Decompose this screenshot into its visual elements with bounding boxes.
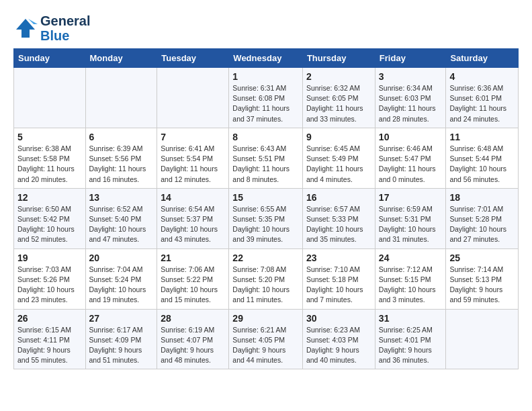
- calendar-day-cell: 25Sunrise: 7:14 AMSunset: 5:13 PMDayligh…: [446, 248, 519, 309]
- calendar-day-cell: 7Sunrise: 6:41 AMSunset: 5:54 PMDaylight…: [157, 128, 229, 188]
- calendar-day-cell: 27Sunrise: 6:17 AMSunset: 4:09 PMDayligh…: [85, 309, 157, 369]
- day-number: 2: [306, 71, 371, 82]
- weekday-header-cell: Thursday: [302, 49, 375, 68]
- day-number: 21: [161, 253, 225, 263]
- calendar-day-cell: 17Sunrise: 6:59 AMSunset: 5:31 PMDayligh…: [375, 188, 446, 248]
- day-number: 27: [89, 313, 154, 324]
- day-number: 14: [161, 192, 225, 203]
- day-number: 26: [17, 313, 82, 324]
- day-number: 8: [232, 132, 299, 142]
- day-info: Sunrise: 6:41 AMSunset: 5:54 PMDaylight:…: [161, 144, 225, 185]
- logo: General Blue: [13, 13, 90, 43]
- calendar-day-cell: 21Sunrise: 7:06 AMSunset: 5:22 PMDayligh…: [157, 248, 229, 309]
- svg-marker-2: [28, 19, 38, 24]
- day-number: 23: [306, 253, 371, 263]
- day-number: 28: [161, 313, 225, 324]
- day-number: 12: [17, 192, 82, 203]
- weekday-header-row: SundayMondayTuesdayWednesdayThursdayFrid…: [14, 49, 519, 68]
- day-info: Sunrise: 6:46 AMSunset: 5:47 PMDaylight:…: [379, 144, 443, 185]
- day-number: 31: [379, 313, 443, 324]
- day-info: Sunrise: 6:55 AMSunset: 5:35 PMDaylight:…: [232, 204, 299, 245]
- day-info: Sunrise: 6:34 AMSunset: 6:03 PMDaylight:…: [379, 83, 443, 124]
- day-number: 30: [306, 313, 371, 324]
- day-info: Sunrise: 7:06 AMSunset: 5:22 PMDaylight:…: [161, 265, 225, 306]
- calendar-day-cell: 22Sunrise: 7:08 AMSunset: 5:20 PMDayligh…: [229, 248, 303, 309]
- day-number: 1: [232, 71, 299, 82]
- calendar-day-cell: 11Sunrise: 6:48 AMSunset: 5:44 PMDayligh…: [446, 128, 519, 188]
- calendar-day-cell: 18Sunrise: 7:01 AMSunset: 5:28 PMDayligh…: [446, 188, 519, 248]
- calendar-day-cell: 3Sunrise: 6:34 AMSunset: 6:03 PMDaylight…: [375, 68, 446, 128]
- day-info: Sunrise: 6:36 AMSunset: 6:01 PMDaylight:…: [449, 83, 515, 124]
- calendar-day-cell: 28Sunrise: 6:19 AMSunset: 4:07 PMDayligh…: [157, 309, 229, 369]
- weekday-header-cell: Wednesday: [229, 49, 303, 68]
- calendar-day-cell: [85, 68, 157, 128]
- day-info: Sunrise: 6:54 AMSunset: 5:37 PMDaylight:…: [161, 204, 225, 245]
- weekday-header-cell: Sunday: [14, 49, 86, 68]
- day-info: Sunrise: 6:23 AMSunset: 4:03 PMDaylight:…: [306, 325, 371, 366]
- weekday-header-cell: Monday: [85, 49, 157, 68]
- day-number: 6: [89, 132, 154, 142]
- weekday-header-cell: Tuesday: [157, 49, 229, 68]
- day-info: Sunrise: 6:15 AMSunset: 4:11 PMDaylight:…: [17, 325, 82, 366]
- day-info: Sunrise: 6:39 AMSunset: 5:56 PMDaylight:…: [89, 144, 154, 185]
- day-number: 18: [449, 192, 515, 203]
- day-info: Sunrise: 7:14 AMSunset: 5:13 PMDaylight:…: [449, 265, 515, 306]
- day-number: 29: [232, 313, 299, 324]
- calendar-day-cell: 12Sunrise: 6:50 AMSunset: 5:42 PMDayligh…: [14, 188, 86, 248]
- calendar-week-row: 19Sunrise: 7:03 AMSunset: 5:26 PMDayligh…: [14, 248, 519, 309]
- calendar-day-cell: 30Sunrise: 6:23 AMSunset: 4:03 PMDayligh…: [302, 309, 375, 369]
- day-info: Sunrise: 6:17 AMSunset: 4:09 PMDaylight:…: [89, 325, 154, 366]
- logo-text: General Blue: [40, 13, 90, 43]
- calendar-day-cell: 29Sunrise: 6:21 AMSunset: 4:05 PMDayligh…: [229, 309, 303, 369]
- day-number: 22: [232, 253, 299, 263]
- calendar-day-cell: 20Sunrise: 7:04 AMSunset: 5:24 PMDayligh…: [85, 248, 157, 309]
- calendar-day-cell: 23Sunrise: 7:10 AMSunset: 5:18 PMDayligh…: [302, 248, 375, 309]
- calendar-day-cell: 13Sunrise: 6:52 AMSunset: 5:40 PMDayligh…: [85, 188, 157, 248]
- page-header: General Blue: [13, 13, 519, 43]
- day-number: 13: [89, 192, 154, 203]
- day-info: Sunrise: 7:08 AMSunset: 5:20 PMDaylight:…: [232, 265, 299, 306]
- day-number: 20: [89, 253, 154, 263]
- logo-blue: Blue: [40, 28, 69, 43]
- day-info: Sunrise: 6:38 AMSunset: 5:58 PMDaylight:…: [17, 144, 82, 185]
- calendar-day-cell: 1Sunrise: 6:31 AMSunset: 6:08 PMDaylight…: [229, 68, 303, 128]
- calendar-day-cell: [157, 68, 229, 128]
- day-info: Sunrise: 7:04 AMSunset: 5:24 PMDaylight:…: [89, 265, 154, 306]
- calendar-table: SundayMondayTuesdayWednesdayThursdayFrid…: [13, 48, 519, 369]
- day-info: Sunrise: 6:57 AMSunset: 5:33 PMDaylight:…: [306, 204, 371, 245]
- day-number: 11: [449, 132, 515, 142]
- day-info: Sunrise: 6:59 AMSunset: 5:31 PMDaylight:…: [379, 204, 443, 245]
- day-info: Sunrise: 6:45 AMSunset: 5:49 PMDaylight:…: [306, 144, 371, 185]
- day-info: Sunrise: 6:21 AMSunset: 4:05 PMDaylight:…: [232, 325, 299, 366]
- day-number: 17: [379, 192, 443, 203]
- calendar-day-cell: 9Sunrise: 6:45 AMSunset: 5:49 PMDaylight…: [302, 128, 375, 188]
- calendar-day-cell: 4Sunrise: 6:36 AMSunset: 6:01 PMDaylight…: [446, 68, 519, 128]
- calendar-day-cell: 5Sunrise: 6:38 AMSunset: 5:58 PMDaylight…: [14, 128, 86, 188]
- weekday-header-cell: Saturday: [446, 49, 519, 68]
- calendar-week-row: 12Sunrise: 6:50 AMSunset: 5:42 PMDayligh…: [14, 188, 519, 248]
- logo-icon: [13, 16, 38, 40]
- calendar-day-cell: 2Sunrise: 6:32 AMSunset: 6:05 PMDaylight…: [302, 68, 375, 128]
- calendar-day-cell: [446, 309, 519, 369]
- calendar-day-cell: 8Sunrise: 6:43 AMSunset: 5:51 PMDaylight…: [229, 128, 303, 188]
- calendar-week-row: 26Sunrise: 6:15 AMSunset: 4:11 PMDayligh…: [14, 309, 519, 369]
- logo-general: General: [40, 13, 90, 28]
- day-info: Sunrise: 6:52 AMSunset: 5:40 PMDaylight:…: [89, 204, 154, 245]
- day-number: 4: [449, 71, 515, 82]
- day-info: Sunrise: 6:32 AMSunset: 6:05 PMDaylight:…: [306, 83, 371, 124]
- calendar-body: 1Sunrise: 6:31 AMSunset: 6:08 PMDaylight…: [14, 68, 519, 369]
- calendar-day-cell: 10Sunrise: 6:46 AMSunset: 5:47 PMDayligh…: [375, 128, 446, 188]
- calendar-week-row: 1Sunrise: 6:31 AMSunset: 6:08 PMDaylight…: [14, 68, 519, 128]
- day-info: Sunrise: 6:31 AMSunset: 6:08 PMDaylight:…: [232, 83, 299, 124]
- day-info: Sunrise: 6:48 AMSunset: 5:44 PMDaylight:…: [449, 144, 515, 185]
- day-info: Sunrise: 6:25 AMSunset: 4:01 PMDaylight:…: [379, 325, 443, 366]
- day-number: 7: [161, 132, 225, 142]
- calendar-day-cell: 14Sunrise: 6:54 AMSunset: 5:37 PMDayligh…: [157, 188, 229, 248]
- day-number: 10: [379, 132, 443, 142]
- calendar-day-cell: [14, 68, 86, 128]
- calendar-day-cell: 19Sunrise: 7:03 AMSunset: 5:26 PMDayligh…: [14, 248, 86, 309]
- day-number: 9: [306, 132, 371, 142]
- day-info: Sunrise: 6:43 AMSunset: 5:51 PMDaylight:…: [232, 144, 299, 185]
- day-number: 19: [17, 253, 82, 263]
- day-number: 5: [17, 132, 82, 142]
